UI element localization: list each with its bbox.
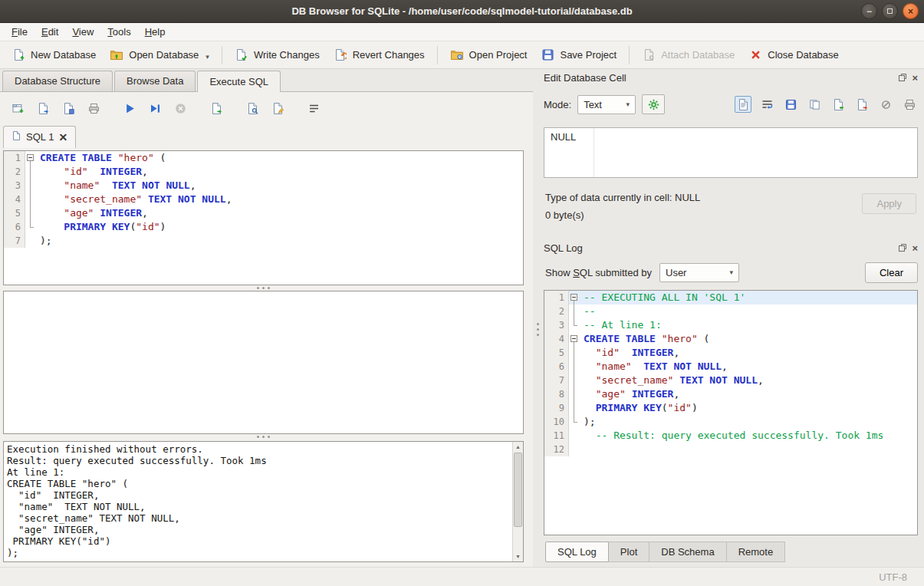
code-text: -- xyxy=(580,305,917,318)
execute-current-line-button[interactable] xyxy=(145,99,165,117)
window-close-button[interactable]: × xyxy=(903,3,919,19)
fold-guide xyxy=(25,234,36,248)
close-panel-icon[interactable]: × xyxy=(912,243,918,253)
format-sql-button[interactable] xyxy=(304,99,324,117)
tab-database-structure[interactable]: Database Structure xyxy=(2,71,113,91)
splitter-results-messages[interactable] xyxy=(3,434,524,440)
code-line: 10); xyxy=(544,415,917,429)
import-button[interactable] xyxy=(830,96,847,113)
token: "secret_name" xyxy=(596,374,674,386)
code-line: 6 "name" TEXT NOT NULL, xyxy=(544,360,917,374)
float-panel-icon[interactable] xyxy=(898,73,907,82)
window-maximize-button[interactable] xyxy=(882,3,898,19)
set-null-button[interactable] xyxy=(877,96,894,113)
results-message-text: Execution finished without errors.Result… xyxy=(7,443,511,561)
print-button[interactable] xyxy=(84,99,104,117)
text-mode-button[interactable] xyxy=(735,96,751,113)
tab-remote[interactable]: Remote xyxy=(726,542,786,562)
open-project-button[interactable]: Open Project xyxy=(443,44,534,66)
close-tab-icon[interactable]: ✕ xyxy=(58,132,67,143)
stop-button[interactable] xyxy=(170,99,190,117)
execute-all-button[interactable] xyxy=(120,99,140,117)
close-database-button[interactable]: Close Database xyxy=(742,44,846,66)
token: "id" xyxy=(596,347,620,358)
code-line: 4 "secret_name" TEXT NOT NULL, xyxy=(4,193,523,206)
tab-sql-1[interactable]: SQL 1 ✕ xyxy=(3,126,76,148)
code-text: "secret_name" TEXT NOT NULL, xyxy=(580,374,917,387)
collapse-icon[interactable] xyxy=(571,294,577,301)
scrollbar[interactable]: ▲ ▼ xyxy=(512,442,523,561)
save-sql-file-button[interactable] xyxy=(58,99,78,117)
menu-tools[interactable]: Tools xyxy=(100,24,137,40)
line-number: 12 xyxy=(544,443,569,456)
splitter-editor-results[interactable] xyxy=(3,285,524,291)
filter-label-pre: Show xyxy=(545,267,573,278)
panel-splitter[interactable] xyxy=(533,91,542,567)
fold-guide xyxy=(25,179,36,193)
cell-content-editor[interactable]: NULL xyxy=(544,127,918,178)
tab-browse-data[interactable]: Browse Data xyxy=(114,71,196,91)
save-project-button[interactable]: Save Project xyxy=(534,44,623,66)
open-in-external-button[interactable] xyxy=(642,94,665,114)
line-number: 8 xyxy=(544,387,569,401)
results-message-box[interactable]: Execution finished without errors.Result… xyxy=(3,441,524,562)
float-panel-icon[interactable] xyxy=(898,243,907,252)
word-wrap-button[interactable] xyxy=(758,96,775,113)
fold-toggle[interactable] xyxy=(569,332,580,346)
tab-execute-sql[interactable]: Execute SQL xyxy=(197,71,281,92)
open-sql-file-button[interactable] xyxy=(33,99,53,117)
save-as-button[interactable] xyxy=(782,96,799,113)
open-database-button[interactable]: Open Database▾ xyxy=(103,44,216,66)
code-text: "secret_name" TEXT NOT NULL, xyxy=(36,193,523,206)
new-database-button[interactable]: New Database xyxy=(5,44,103,66)
fold-toggle[interactable] xyxy=(25,151,36,165)
fold-guide xyxy=(569,360,580,374)
close-panel-icon[interactable]: × xyxy=(912,73,918,83)
copy-button[interactable] xyxy=(806,96,823,113)
sql-editor[interactable]: 1CREATE TABLE "hero" (2 "id" INTEGER,3 "… xyxy=(3,150,524,285)
code-line: 5 "id" INTEGER, xyxy=(544,346,917,360)
auto-complete-button[interactable] xyxy=(268,99,288,117)
clear-log-button[interactable]: Clear xyxy=(865,262,918,283)
cell-mode-row: Mode: Text ▾ xyxy=(544,94,918,115)
token: ( xyxy=(698,333,710,344)
menu-file[interactable]: File xyxy=(5,24,35,40)
token xyxy=(584,402,596,413)
log-filter-select[interactable]: User ▾ xyxy=(659,263,739,282)
token: , xyxy=(722,360,728,372)
scroll-up-button[interactable]: ▲ xyxy=(513,442,523,452)
export-csv-button[interactable] xyxy=(206,99,226,117)
apply-button[interactable]: Apply xyxy=(862,193,916,214)
token xyxy=(584,374,596,386)
results-grid[interactable] xyxy=(3,291,524,434)
titlebar[interactable]: DB Browser for SQLite - /home/user/code/… xyxy=(0,0,924,23)
sql-log-view[interactable]: 1-- EXECUTING ALL IN 'SQL 1'2--3-- At li… xyxy=(544,290,918,535)
new-tab-button[interactable] xyxy=(8,99,28,117)
menu-view[interactable]: View xyxy=(65,24,100,40)
fold-toggle[interactable] xyxy=(569,291,580,305)
scroll-down-button[interactable]: ▼ xyxy=(513,551,523,561)
token: PRIMARY KEY xyxy=(64,221,130,232)
line-number: 4 xyxy=(544,332,569,346)
tab-plot[interactable]: Plot xyxy=(608,542,649,562)
write-changes-button[interactable]: Write Changes xyxy=(228,44,327,66)
revert-changes-button[interactable]: Revert Changes xyxy=(327,44,432,66)
tab-sql-log[interactable]: SQL Log xyxy=(545,542,609,562)
dropdown-caret-icon: ▾ xyxy=(206,53,209,62)
collapse-icon[interactable] xyxy=(571,335,577,342)
find-replace-button[interactable] xyxy=(242,99,262,117)
collapse-icon[interactable] xyxy=(27,154,34,161)
menu-help[interactable]: Help xyxy=(138,24,173,40)
print-small-button[interactable] xyxy=(901,96,918,113)
line-number: 9 xyxy=(544,401,569,415)
token: "id" xyxy=(668,402,692,413)
window-minimize-button[interactable]: − xyxy=(861,3,877,19)
scroll-thumb[interactable] xyxy=(514,453,522,527)
code-text: "id" INTEGER, xyxy=(36,165,523,179)
token: "name" xyxy=(596,360,632,372)
tab-db-schema[interactable]: DB Schema xyxy=(649,542,726,562)
menu-edit[interactable]: Edit xyxy=(35,24,65,40)
export-button[interactable] xyxy=(853,96,870,113)
code-text: ); xyxy=(580,415,917,429)
mode-select[interactable]: Text ▾ xyxy=(577,95,636,114)
